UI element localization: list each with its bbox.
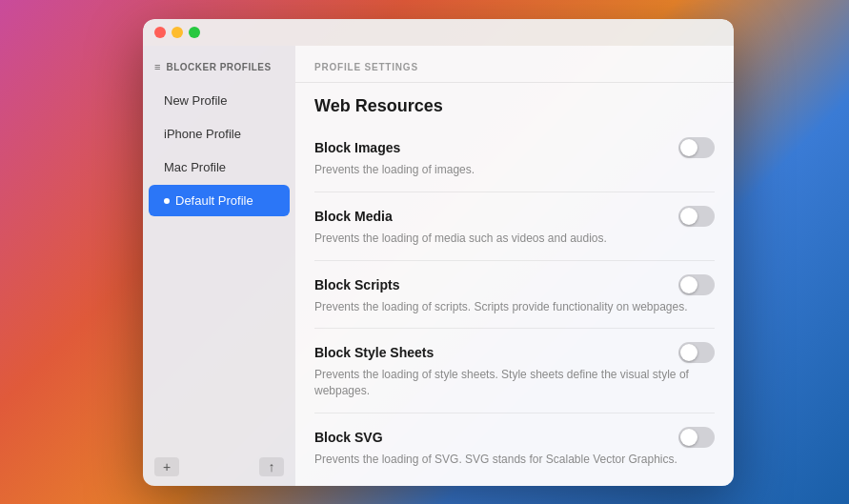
setting-title: Block Images xyxy=(314,140,400,155)
sidebar: ≡ BLOCKER PROFILES New Profile iPhone Pr… xyxy=(143,46,295,486)
setting-top: Block Media xyxy=(314,206,715,227)
section-title: Web Resources xyxy=(295,83,734,124)
setting-description: Prevents the loading of SVG. SVG stands … xyxy=(314,452,715,468)
window-content: ≡ BLOCKER PROFILES New Profile iPhone Pr… xyxy=(143,46,734,486)
setting-title: Block Scripts xyxy=(314,277,399,292)
setting-top: Block Style Sheets xyxy=(314,342,715,363)
setting-row-block-images: Block Images Prevents the loading of ima… xyxy=(314,124,715,192)
traffic-lights xyxy=(154,27,200,38)
sidebar-item-label: Mac Profile xyxy=(164,160,226,174)
block-media-toggle[interactable] xyxy=(678,206,715,227)
titlebar xyxy=(143,19,734,46)
sidebar-item-mac-profile[interactable]: Mac Profile xyxy=(149,151,290,183)
setting-title: Block Media xyxy=(314,209,393,224)
sidebar-item-default-profile[interactable]: Default Profile xyxy=(149,185,290,216)
sidebar-header-label: BLOCKER PROFILES xyxy=(166,62,271,72)
block-images-toggle[interactable] xyxy=(678,137,715,158)
setting-description: Prevents the loading of media such as vi… xyxy=(314,231,715,247)
sidebar-item-iphone-profile[interactable]: iPhone Profile xyxy=(149,118,290,150)
maximize-button[interactable] xyxy=(189,27,200,38)
app-window: ≡ BLOCKER PROFILES New Profile iPhone Pr… xyxy=(143,19,734,486)
setting-row-block-scripts: Block Scripts Prevents the loading of sc… xyxy=(314,261,715,330)
sidebar-item-label: Default Profile xyxy=(175,193,253,208)
active-indicator xyxy=(164,198,170,204)
sidebar-header-icon: ≡ xyxy=(154,61,160,72)
export-button[interactable]: ↑ xyxy=(259,457,284,476)
setting-top: Block Images xyxy=(314,137,715,158)
setting-top: Block Scripts xyxy=(314,274,715,295)
settings-scroll: Block Images Prevents the loading of ima… xyxy=(295,124,734,486)
setting-top: Block SVG xyxy=(314,427,715,448)
sidebar-item-label: iPhone Profile xyxy=(164,127,241,141)
panel-header: PROFILE SETTINGS xyxy=(295,46,734,83)
block-stylesheets-toggle[interactable] xyxy=(678,342,715,363)
minimize-button[interactable] xyxy=(172,27,183,38)
sidebar-item-new-profile[interactable]: New Profile xyxy=(149,85,290,116)
close-button[interactable] xyxy=(154,27,166,38)
panel-header-label: PROFILE SETTINGS xyxy=(314,62,418,72)
setting-row-block-style-sheets: Block Style Sheets Prevents the loading … xyxy=(314,329,715,413)
block-svg-toggle[interactable] xyxy=(678,427,715,448)
setting-row-block-svg: Block SVG Prevents the loading of SVG. S… xyxy=(314,413,715,481)
setting-description: Prevents the loading of style sheets. St… xyxy=(314,367,715,399)
setting-description: Prevents the loading of scripts. Scripts… xyxy=(314,299,715,315)
sidebar-footer: + ↑ xyxy=(143,448,295,486)
sidebar-header: ≡ BLOCKER PROFILES xyxy=(143,53,295,84)
setting-title: Block SVG xyxy=(314,430,383,445)
setting-description: Prevents the loading of images. xyxy=(314,162,715,178)
sidebar-item-label: New Profile xyxy=(164,93,227,108)
block-scripts-toggle[interactable] xyxy=(678,274,715,295)
setting-row-block-media: Block Media Prevents the loading of medi… xyxy=(314,192,715,261)
add-profile-button[interactable]: + xyxy=(154,457,179,476)
main-panel: PROFILE SETTINGS Web Resources Block Ima… xyxy=(295,46,734,486)
setting-title: Block Style Sheets xyxy=(314,345,434,360)
